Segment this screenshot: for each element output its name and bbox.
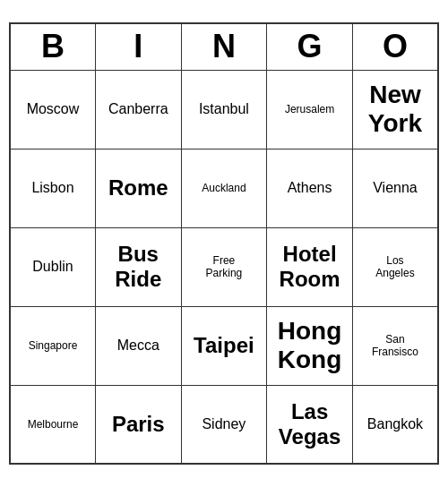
bingo-cell-3-2: Taipei [181,306,267,385]
bingo-cell-2-2: FreeParking [181,227,267,306]
bingo-row-3: SingaporeMeccaTaipeiHongKongSanFransisco [10,306,438,385]
bingo-cell-4-3: LasVegas [267,385,353,464]
bingo-row-4: MelbourneParisSidneyLasVegasBangkok [10,385,438,464]
bingo-cell-1-4: Vienna [352,149,438,227]
bingo-cell-2-3: HotelRoom [267,227,353,306]
header-letter-n: N [181,23,267,70]
header-letter-i: I [95,23,181,70]
bingo-cell-4-4: Bangkok [352,385,438,464]
bingo-cell-4-1: Paris [95,385,181,464]
bingo-cell-0-2: Istanbul [181,70,267,149]
bingo-cell-1-3: Athens [267,149,353,227]
bingo-cell-3-4: SanFransisco [352,306,438,385]
bingo-card: BINGO MoscowCanberraIstanbulJerusalemNew… [9,22,439,465]
bingo-cell-1-1: Rome [95,149,181,227]
bingo-cell-3-0: Singapore [10,306,95,385]
bingo-cell-0-1: Canberra [95,70,181,149]
bingo-cell-4-0: Melbourne [10,385,95,464]
bingo-cell-3-3: HongKong [267,306,353,385]
header-letter-o: O [352,23,438,70]
bingo-row-1: LisbonRomeAucklandAthensVienna [10,149,438,227]
bingo-cell-2-4: LosAngeles [352,227,438,306]
bingo-cell-4-2: Sidney [181,385,267,464]
bingo-cell-3-1: Mecca [95,306,181,385]
header-letter-b: B [10,23,95,70]
bingo-row-2: DublinBusRideFreeParkingHotelRoomLosAnge… [10,227,438,306]
bingo-cell-0-4: NewYork [352,70,438,149]
header-letter-g: G [267,23,353,70]
bingo-header-row: BINGO [10,23,438,70]
bingo-cell-2-1: BusRide [95,227,181,306]
bingo-row-0: MoscowCanberraIstanbulJerusalemNewYork [10,70,438,149]
bingo-cell-0-3: Jerusalem [267,70,353,149]
bingo-cell-0-0: Moscow [10,70,95,149]
bingo-cell-1-2: Auckland [181,149,267,227]
bingo-cell-2-0: Dublin [10,227,95,306]
bingo-cell-1-0: Lisbon [10,149,95,227]
